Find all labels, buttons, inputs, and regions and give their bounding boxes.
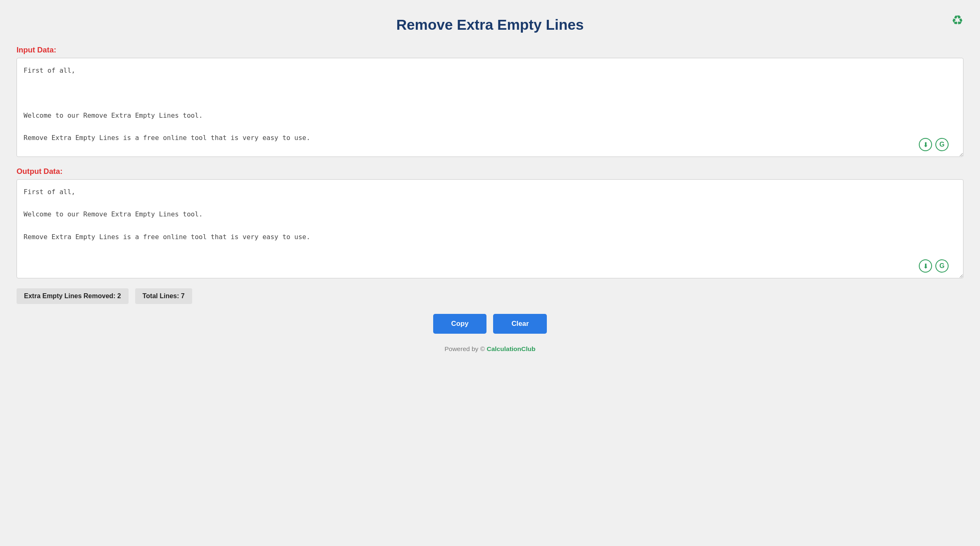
input-textarea[interactable] — [17, 58, 963, 157]
recycle-icon[interactable]: ♻ — [951, 12, 963, 28]
clear-button[interactable]: Clear — [493, 314, 547, 334]
header-area: Remove Extra Empty Lines ♻ — [17, 8, 963, 45]
output-textarea[interactable] — [17, 179, 963, 278]
input-textarea-icons: ⬇ G — [919, 138, 949, 151]
output-grammarly-icon[interactable]: G — [935, 259, 949, 273]
input-grammarly-icon[interactable]: G — [935, 138, 949, 151]
total-lines-badge: Total Lines: 7 — [135, 288, 192, 304]
footer-text: Powered by © — [444, 345, 486, 352]
output-label: Output Data: — [17, 167, 963, 176]
input-textarea-wrapper: ⬇ G — [17, 58, 963, 159]
output-textarea-icons: ⬇ G — [919, 259, 949, 273]
copy-button[interactable]: Copy — [433, 314, 487, 334]
extra-lines-removed-badge: Extra Empty Lines Removed: 2 — [17, 288, 129, 304]
input-download-icon[interactable]: ⬇ — [919, 138, 932, 151]
footer-link[interactable]: CalculationClub — [486, 345, 535, 352]
page-title: Remove Extra Empty Lines — [17, 17, 963, 33]
output-textarea-wrapper: ⬇ G — [17, 179, 963, 280]
output-section: Output Data: ⬇ G — [17, 167, 963, 280]
input-label: Input Data: — [17, 45, 963, 55]
output-download-icon[interactable]: ⬇ — [919, 259, 932, 273]
stats-row: Extra Empty Lines Removed: 2 Total Lines… — [17, 288, 963, 304]
input-section: Input Data: ⬇ G — [17, 45, 963, 159]
buttons-row: Copy Clear — [17, 314, 963, 334]
footer: Powered by © CalculationClub — [17, 345, 963, 353]
